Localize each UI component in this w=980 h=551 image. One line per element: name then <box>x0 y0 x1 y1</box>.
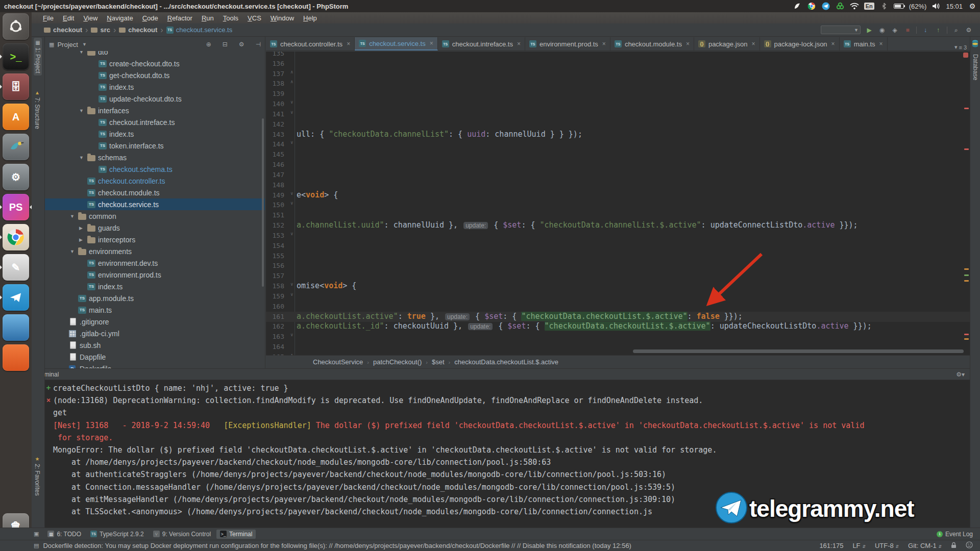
collapsed-arrow-icon[interactable]: ▶ <box>79 237 83 242</box>
tree-item-environments[interactable]: ▼environments <box>45 245 265 257</box>
run-icon[interactable]: ▶ <box>865 27 873 34</box>
coverage-icon[interactable]: ◈ <box>891 27 899 34</box>
fold-marker-icon[interactable]: ∨ <box>290 110 293 115</box>
menu-file[interactable]: File <box>39 14 58 22</box>
code-line-161[interactable]: 161a.checkoutList.active": true }, updat… <box>266 312 970 322</box>
tab-main-ts[interactable]: TSmain.ts× <box>840 37 888 51</box>
expanded-arrow-icon[interactable]: ▼ <box>70 249 75 254</box>
code-line-159[interactable]: 159∨ <box>266 291 970 302</box>
expanded-arrow-icon[interactable]: ▼ <box>79 155 84 160</box>
tree-item-token-interface-ts[interactable]: TStoken.interface.ts <box>45 140 265 152</box>
tree-item-guards[interactable]: ▶guards <box>45 222 265 234</box>
clock[interactable]: 15:01 <box>946 3 963 10</box>
bluetooth-icon[interactable] <box>879 2 889 11</box>
tab-close-icon[interactable]: × <box>879 40 883 47</box>
breadcrumb-file[interactable]: TScheckout.service.ts <box>166 26 233 34</box>
code-editor[interactable]: 135136137∧138∧139140∨141∨142143ull: { "c… <box>266 52 970 355</box>
code-line-155[interactable]: 155 <box>266 251 970 261</box>
tree-item-schemas[interactable]: ▼schemas <box>45 152 265 163</box>
code-line-156[interactable]: 156 <box>266 261 970 271</box>
tree-item-index-ts[interactable]: TSindex.ts <box>45 128 265 140</box>
launcher-software-center-icon[interactable]: A <box>3 104 29 130</box>
lock-icon[interactable] <box>951 542 957 550</box>
tool-tab-project[interactable]: ▦1: Project <box>34 38 42 76</box>
toolwindow-6-todo[interactable]: ▦6: TODO <box>44 530 85 539</box>
tree-item-common[interactable]: ▼common <box>45 210 265 222</box>
tab-environment-prod-ts[interactable]: TSenvironment.prod.ts× <box>525 37 610 51</box>
launcher-text-editor-icon[interactable]: ✎ <box>3 254 29 281</box>
breadcrumb-folder[interactable]: checkout <box>44 26 82 34</box>
tab-close-icon[interactable]: × <box>752 40 755 47</box>
caret-position[interactable]: 161:175 <box>819 542 843 549</box>
tab-package-lock-json[interactable]: {}package-lock.json× <box>760 37 840 51</box>
chrome-tray-icon[interactable] <box>807 2 816 11</box>
tab-close-icon[interactable]: × <box>602 40 606 47</box>
code-line-154[interactable]: 154 <box>266 241 970 251</box>
menu-code[interactable]: Code <box>138 14 162 22</box>
tool-tab-favorites[interactable]: ★2: Favorites <box>34 456 41 496</box>
code-line-143[interactable]: 143ull: { "checkoutData.channelList": { … <box>266 130 970 140</box>
hide-panel-icon[interactable]: ⊣ <box>256 41 261 48</box>
inspections-face-icon[interactable] <box>966 541 973 550</box>
session-gear-icon[interactable]: ⚙ <box>968 2 977 11</box>
tab-checkout-controller-ts[interactable]: TScheckout.controller.ts× <box>266 37 355 51</box>
tree-item-get-checkout-dto-ts[interactable]: TSget-checkout.dto.ts <box>45 69 265 81</box>
menu-run[interactable]: Run <box>198 14 218 22</box>
line-ending-selector[interactable]: LF ⇵ <box>852 542 866 549</box>
tree-item-sub-sh[interactable]: sub.sh <box>45 339 265 351</box>
tree-item-index-ts[interactable]: TSindex.ts <box>45 281 265 292</box>
tool-tab-database[interactable]: Database <box>972 54 979 80</box>
fold-marker-icon[interactable]: ∨ <box>290 282 293 287</box>
code-line-149[interactable]: 149∨e<void> { <box>266 190 970 201</box>
breadcrumb-folder[interactable]: checkout <box>119 26 157 34</box>
launcher-chrome-icon[interactable] <box>3 224 29 251</box>
code-line-153[interactable]: 153∨ <box>266 231 970 241</box>
tab-close-icon[interactable]: × <box>686 40 690 47</box>
bird-tray-icon[interactable] <box>793 2 802 11</box>
tree-item-checkout-service-ts[interactable]: TScheckout.service.ts <box>45 198 265 210</box>
menu-navigate[interactable]: Navigate <box>103 14 137 22</box>
code-line-135[interactable]: 135 <box>266 52 970 59</box>
menu-help[interactable]: Help <box>299 14 321 22</box>
launcher-blue-app-icon[interactable] <box>3 314 29 341</box>
event-log-button[interactable]: 1 Event Log <box>937 531 973 538</box>
code-line-136[interactable]: 136 <box>266 59 970 69</box>
notification-icon[interactable]: ▤ <box>34 542 39 549</box>
vcs-commit-icon[interactable]: ↑ <box>934 27 942 34</box>
code-line-163[interactable]: 163∨ <box>266 332 970 342</box>
menu-window[interactable]: Window <box>266 14 298 22</box>
tree-item-environment-dev-ts[interactable]: TSenvironment.dev.ts <box>45 257 265 269</box>
search-icon[interactable]: ⌕ <box>952 27 960 34</box>
status-message[interactable]: Dockerfile detection: You may setup Dock… <box>43 542 631 549</box>
tree-item--gitignore[interactable]: .gitignore <box>45 316 265 328</box>
terminal-settings-gear-icon[interactable]: ⚙▾ <box>956 371 965 378</box>
volume-icon[interactable] <box>932 2 941 11</box>
breadcrumb-folder[interactable]: src <box>91 26 110 34</box>
code-line-158[interactable]: 158∨omise<void> { <box>266 281 970 291</box>
settings-icon[interactable]: ⚙ <box>965 27 973 34</box>
code-line-157[interactable]: 157 <box>266 271 970 281</box>
code-line-146[interactable]: 146 <box>266 160 970 170</box>
collapsed-arrow-icon[interactable]: ▶ <box>79 226 83 231</box>
tree-item-app-module-ts[interactable]: TSapp.module.ts <box>45 292 265 304</box>
tree-item-checkout-controller-ts[interactable]: TScheckout.controller.ts <box>45 175 265 187</box>
code-line-145[interactable]: 145 <box>266 149 970 160</box>
toolwindow-9-version-control[interactable]: ⑂9: Version Control <box>150 530 214 539</box>
code-line-140[interactable]: 140∨ <box>266 99 970 109</box>
code-line-148[interactable]: 148 <box>266 180 970 190</box>
tree-item-checkout-schema-ts[interactable]: TScheckout.schema.ts <box>45 163 265 175</box>
menu-vcs[interactable]: VCS <box>243 14 265 22</box>
tab-checkout-module-ts[interactable]: TScheckout.module.ts× <box>610 37 694 51</box>
tool-tab-structure[interactable]: ▲7: Structure <box>34 90 41 129</box>
green-app-tray-icon[interactable] <box>836 2 845 11</box>
tab-close-icon[interactable]: × <box>347 40 350 47</box>
debug-icon[interactable]: ◉ <box>878 27 886 34</box>
git-branch-selector[interactable]: Git: CM-1 ⇵ <box>908 542 942 549</box>
fold-marker-icon[interactable]: ∨ <box>290 231 293 236</box>
menu-tools[interactable]: Tools <box>219 14 242 22</box>
tab-close-icon[interactable]: × <box>430 40 433 47</box>
telegram-tray-icon[interactable] <box>821 2 830 11</box>
fold-marker-icon[interactable]: ∨ <box>290 332 293 337</box>
code-line-162[interactable]: 162a.checkoutList._id": checkoutUuid }, … <box>266 321 970 332</box>
tab-overflow-dropdown[interactable]: ▾≡3 <box>954 44 967 51</box>
